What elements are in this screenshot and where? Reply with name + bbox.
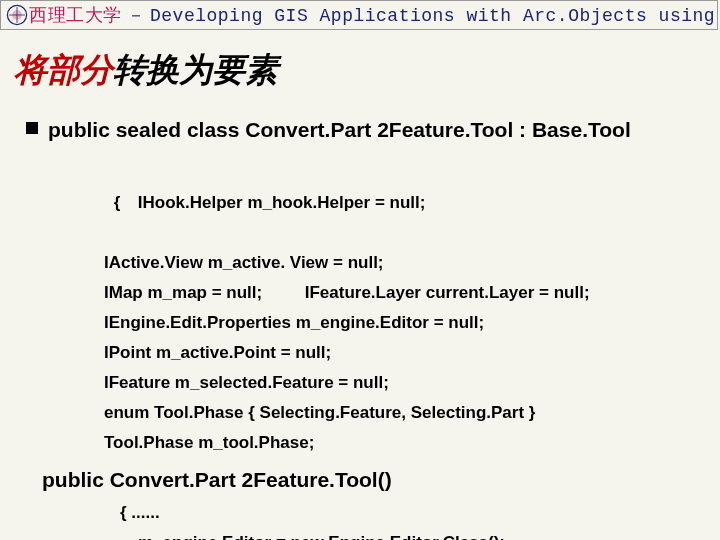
code-line-3: IMap m_map = null; IFeature.Layer curren… <box>104 278 696 308</box>
slide: 西理工大学 － Developing GIS Applications with… <box>0 0 720 540</box>
slide-title: 将部分转换为要素 <box>14 48 278 93</box>
constructor-body: { ...... m_engine.Editor = new Engine.Ed… <box>120 498 696 540</box>
header-dash: － <box>122 5 151 25</box>
header-text: 西理工大学 － Developing GIS Applications with… <box>29 3 720 27</box>
code-line-5: IPoint m_active.Point = null; <box>104 338 696 368</box>
class-declaration: public sealed class Convert.Part 2Featur… <box>48 116 631 144</box>
code-line-2: IActive.View m_active. View = null; <box>104 248 696 278</box>
code-line-1: IHook.Helper m_hook.Helper = null; <box>138 193 426 212</box>
title-black: 转换为要素 <box>113 51 278 88</box>
slide-header: 西理工大学 － Developing GIS Applications with… <box>0 0 718 30</box>
code-line-8: Tool.Phase m_tool.Phase; <box>104 428 696 458</box>
title-red: 将部分 <box>14 51 113 88</box>
ctor-open: { ...... <box>120 498 696 528</box>
university-name: 西理工大学 <box>29 5 122 25</box>
course-title: Developing GIS Applications with Arc.Obj… <box>150 6 720 26</box>
university-logo-icon <box>5 4 29 26</box>
class-body: {IHook.Helper m_hook.Helper = null; IAct… <box>76 158 696 458</box>
code-line-6: IFeature m_selected.Feature = null; <box>104 368 696 398</box>
constructor-declaration: public Convert.Part 2Feature.Tool() <box>42 468 696 492</box>
open-brace-line: {IHook.Helper m_hook.Helper = null; <box>76 158 696 248</box>
ctor-body-line: m_engine.Editor = new Engine.Editor.Clas… <box>138 528 696 540</box>
code-line-7: enum Tool.Phase { Selecting.Feature, Sel… <box>104 398 696 428</box>
open-brace: { <box>114 188 138 218</box>
bullet-item: public sealed class Convert.Part 2Featur… <box>26 116 696 144</box>
code-line-4: IEngine.Edit.Properties m_engine.Editor … <box>104 308 696 338</box>
slide-content: public sealed class Convert.Part 2Featur… <box>26 116 696 540</box>
